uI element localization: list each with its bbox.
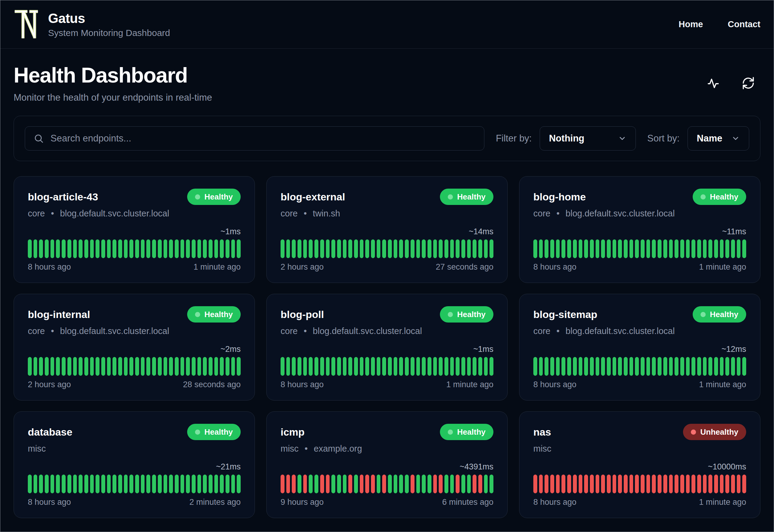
status-bar — [461, 239, 465, 258]
status-bar — [360, 475, 364, 493]
status-bar — [237, 475, 241, 493]
status-bar — [298, 357, 301, 376]
card-footer: 8 hours ago 1 minute ago — [533, 262, 746, 272]
status-label: Healthy — [204, 192, 233, 202]
status-bar — [708, 475, 712, 493]
nav-home-link[interactable]: Home — [678, 19, 703, 29]
endpoint-group: core — [533, 326, 550, 336]
status-bar — [737, 475, 741, 493]
endpoint-card[interactable]: database Healthy misc ~21ms 8 hours ago … — [14, 411, 255, 518]
status-bar — [118, 357, 122, 376]
refresh-icon[interactable] — [742, 76, 755, 90]
meta-separator: • — [304, 209, 307, 219]
status-dot-icon — [448, 194, 453, 199]
history-end-time: 28 seconds ago — [183, 380, 241, 389]
gatus-logo-icon — [14, 8, 39, 41]
nav-contact-link[interactable]: Contact — [728, 19, 760, 29]
status-bar — [343, 239, 347, 258]
endpoint-host: blog.default.svc.cluster.local — [566, 209, 675, 219]
endpoint-card[interactable]: blog-external Healthy core • twin.sh ~14… — [266, 176, 508, 283]
meta-separator: • — [556, 326, 559, 336]
status-bar — [533, 239, 537, 258]
endpoint-meta: misc • example.org — [281, 444, 493, 454]
status-bar — [703, 239, 707, 258]
meta-separator: • — [51, 326, 54, 336]
endpoint-group: core — [533, 209, 550, 219]
status-bar — [164, 239, 167, 258]
status-bar — [169, 357, 173, 376]
status-bar — [624, 357, 628, 376]
status-bar — [281, 357, 285, 376]
endpoint-host: example.org — [314, 444, 362, 454]
status-bar — [192, 239, 196, 258]
endpoint-card[interactable]: blog-sitemap Healthy core • blog.default… — [519, 294, 760, 401]
status-bar — [720, 357, 724, 376]
status-bar — [742, 475, 746, 493]
endpoint-card[interactable]: icmp Healthy misc • example.org ~4391ms … — [266, 411, 508, 518]
status-bar — [703, 475, 707, 493]
status-dot-icon — [448, 430, 453, 435]
status-bar — [226, 239, 229, 258]
card-header: icmp Healthy — [281, 424, 493, 440]
status-bar — [613, 475, 616, 493]
status-bar — [714, 475, 718, 493]
history-start-time: 2 hours ago — [28, 380, 71, 389]
status-badge: Unhealthy — [683, 424, 746, 440]
status-bar — [371, 239, 375, 258]
status-label: Healthy — [710, 192, 738, 202]
status-dot-icon — [195, 312, 200, 317]
status-bar — [337, 239, 341, 258]
status-bar — [326, 239, 330, 258]
status-dot-icon — [701, 194, 706, 199]
status-bar — [646, 475, 650, 493]
status-bar — [584, 239, 588, 258]
sort-select[interactable]: Name — [688, 126, 749, 151]
status-bar — [567, 357, 571, 376]
status-bar — [39, 475, 43, 493]
status-bar — [737, 239, 741, 258]
status-bar — [112, 475, 116, 493]
status-bar — [67, 475, 71, 493]
activity-icon[interactable] — [707, 76, 720, 90]
filter-select[interactable]: Nothing — [540, 126, 636, 151]
status-bar — [444, 239, 448, 258]
endpoint-card[interactable]: nas Unhealthy misc ~10000ms 8 hours ago … — [519, 411, 760, 518]
status-bar — [663, 475, 667, 493]
status-bar — [146, 357, 150, 376]
status-bar — [635, 239, 639, 258]
status-bar — [478, 357, 482, 376]
endpoint-name: blog-internal — [28, 309, 90, 320]
card-header: blog-home Healthy — [533, 189, 746, 205]
status-bar — [107, 475, 111, 493]
status-bar — [231, 357, 235, 376]
endpoint-name: blog-poll — [281, 309, 324, 320]
status-bar — [209, 475, 213, 493]
status-bar — [326, 357, 330, 376]
status-bar — [286, 357, 290, 376]
status-bar — [658, 475, 662, 493]
status-bar — [416, 475, 420, 493]
status-bar — [73, 239, 77, 258]
history-end-time: 6 minutes ago — [442, 498, 493, 507]
status-bar — [697, 239, 701, 258]
status-bar — [433, 239, 437, 258]
status-bar — [371, 357, 375, 376]
status-bar — [286, 239, 290, 258]
endpoint-card[interactable]: blog-internal Healthy core • blog.defaul… — [14, 294, 255, 401]
status-bar — [197, 475, 201, 493]
status-bar — [348, 357, 352, 376]
endpoint-card[interactable]: blog-home Healthy core • blog.default.sv… — [519, 176, 760, 283]
endpoint-meta: core • twin.sh — [281, 209, 493, 219]
status-bar — [180, 239, 184, 258]
status-bar — [567, 239, 571, 258]
endpoint-card[interactable]: blog-article-43 Healthy core • blog.defa… — [14, 176, 255, 283]
endpoint-card[interactable]: blog-poll Healthy core • blog.default.sv… — [266, 294, 508, 401]
status-dot-icon — [195, 194, 200, 199]
status-bar — [473, 239, 476, 258]
status-bar — [411, 239, 415, 258]
endpoint-group: core — [281, 209, 298, 219]
card-header: blog-external Healthy — [281, 189, 493, 205]
search-input[interactable] — [50, 133, 476, 144]
status-bar — [533, 357, 537, 376]
status-bar — [180, 475, 184, 493]
